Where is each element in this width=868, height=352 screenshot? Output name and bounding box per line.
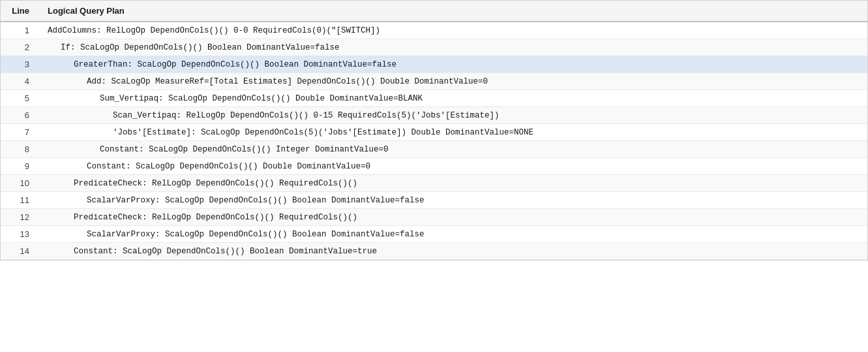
line-number: 14 xyxy=(1,243,40,260)
query-plan-text: Add: ScaLogOp MeasureRef=[Total Estimate… xyxy=(40,73,867,90)
table-row: 2If: ScaLogOp DependOnCols()() Boolean D… xyxy=(1,39,867,56)
query-plan-text: ScalarVarProxy: ScaLogOp DependOnCols()(… xyxy=(40,192,867,209)
query-plan-text: Scan_Vertipaq: RelLogOp DependOnCols()()… xyxy=(40,107,867,124)
line-number: 6 xyxy=(1,107,40,124)
query-plan-text: Sum_Vertipaq: ScaLogOp DependOnCols()() … xyxy=(40,90,867,107)
table-row: 14Constant: ScaLogOp DependOnCols()() Bo… xyxy=(1,243,867,260)
query-plan-text: AddColumns: RelLogOp DependOnCols()() 0-… xyxy=(40,22,867,39)
line-number: 13 xyxy=(1,226,40,243)
query-plan-text: GreaterThan: ScaLogOp DependOnCols()() B… xyxy=(40,56,867,73)
query-plan-table: Line Logical Query Plan 1AddColumns: Rel… xyxy=(0,0,868,261)
line-number: 3 xyxy=(1,56,40,73)
query-plan-text: PredicateCheck: RelLogOp DependOnCols()(… xyxy=(40,175,867,192)
line-number: 4 xyxy=(1,73,40,90)
table-row: 3GreaterThan: ScaLogOp DependOnCols()() … xyxy=(1,56,867,73)
line-number: 12 xyxy=(1,209,40,226)
line-number: 8 xyxy=(1,141,40,158)
line-number: 1 xyxy=(1,22,40,39)
query-plan-text: PredicateCheck: RelLogOp DependOnCols()(… xyxy=(40,209,867,226)
table-row: 4Add: ScaLogOp MeasureRef=[Total Estimat… xyxy=(1,73,867,90)
table-header-row: Line Logical Query Plan xyxy=(1,1,867,22)
table-row: 8Constant: ScaLogOp DependOnCols()() Int… xyxy=(1,141,867,158)
query-plan-text: If: ScaLogOp DependOnCols()() Boolean Do… xyxy=(40,39,867,56)
table-row: 9Constant: ScaLogOp DependOnCols()() Dou… xyxy=(1,158,867,175)
query-plan-text: Constant: ScaLogOp DependOnCols()() Doub… xyxy=(40,158,867,175)
line-number: 9 xyxy=(1,158,40,175)
query-plan-text: 'Jobs'[Estimate]: ScaLogOp DependOnCols(… xyxy=(40,124,867,141)
table-row: 7'Jobs'[Estimate]: ScaLogOp DependOnCols… xyxy=(1,124,867,141)
table-row: 10PredicateCheck: RelLogOp DependOnCols(… xyxy=(1,175,867,192)
line-number: 11 xyxy=(1,192,40,209)
query-column-header: Logical Query Plan xyxy=(40,1,867,22)
line-number: 7 xyxy=(1,124,40,141)
table-row: 12PredicateCheck: RelLogOp DependOnCols(… xyxy=(1,209,867,226)
query-plan-text: Constant: ScaLogOp DependOnCols()() Bool… xyxy=(40,243,867,260)
table-row: 6Scan_Vertipaq: RelLogOp DependOnCols()(… xyxy=(1,107,867,124)
table-row: 1AddColumns: RelLogOp DependOnCols()() 0… xyxy=(1,22,867,39)
table-row: 13ScalarVarProxy: ScaLogOp DependOnCols(… xyxy=(1,226,867,243)
query-plan-text: ScalarVarProxy: ScaLogOp DependOnCols()(… xyxy=(40,226,867,243)
table-row: 11ScalarVarProxy: ScaLogOp DependOnCols(… xyxy=(1,192,867,209)
line-column-header: Line xyxy=(1,1,40,22)
line-number: 10 xyxy=(1,175,40,192)
table-row: 5Sum_Vertipaq: ScaLogOp DependOnCols()()… xyxy=(1,90,867,107)
line-number: 2 xyxy=(1,39,40,56)
line-number: 5 xyxy=(1,90,40,107)
query-plan-text: Constant: ScaLogOp DependOnCols()() Inte… xyxy=(40,141,867,158)
